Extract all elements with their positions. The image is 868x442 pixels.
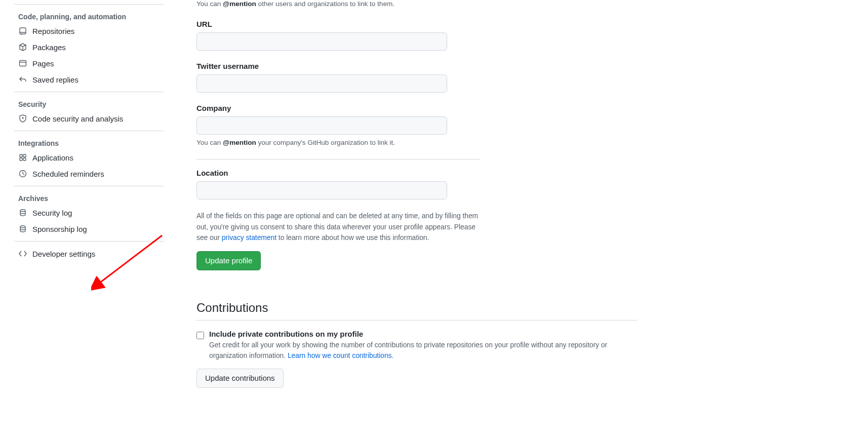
location-label: Location xyxy=(196,169,646,177)
sidebar-heading-integrations: Integrations xyxy=(14,135,164,149)
twitter-input[interactable] xyxy=(196,74,447,93)
browser-icon xyxy=(18,59,27,68)
bio-hint: You can @mention other users and organiz… xyxy=(196,0,646,8)
twitter-label: Twitter username xyxy=(196,62,646,70)
sidebar-item-saved-replies[interactable]: Saved replies xyxy=(14,71,164,88)
sidebar-item-applications[interactable]: Applications xyxy=(14,149,164,166)
sidebar-item-label: Developer settings xyxy=(32,250,95,258)
reply-icon xyxy=(18,75,27,84)
sidebar-item-label: Packages xyxy=(32,43,66,52)
contributions-description: Get credit for all your work by showing … xyxy=(209,340,624,361)
sidebar-item-label: Repositories xyxy=(32,27,74,35)
code-icon xyxy=(18,249,27,258)
include-private-contributions-label: Include private contributions on my prof… xyxy=(209,330,624,338)
sidebar-item-packages[interactable]: Packages xyxy=(14,39,164,55)
sidebar-item-sponsorship-log[interactable]: Sponsorship log xyxy=(14,221,164,237)
company-label: Company xyxy=(196,104,646,112)
repo-icon xyxy=(18,26,27,35)
update-contributions-button[interactable]: Update contributions xyxy=(196,369,284,388)
svg-rect-6 xyxy=(23,158,26,160)
contributions-section: Contributions Include private contributi… xyxy=(196,301,637,387)
svg-rect-4 xyxy=(23,154,26,157)
sidebar-item-developer-settings[interactable]: Developer settings xyxy=(14,246,164,262)
settings-sidebar: Code, planning, and automation Repositor… xyxy=(0,0,172,442)
log-icon xyxy=(18,224,27,233)
sidebar-item-label: Applications xyxy=(32,153,73,162)
contributions-heading: Contributions xyxy=(196,301,637,320)
sidebar-item-security-log[interactable]: Security log xyxy=(14,205,164,221)
main-content: You can @mention other users and organiz… xyxy=(172,0,658,442)
svg-rect-5 xyxy=(20,158,22,160)
sidebar-item-label: Code security and analysis xyxy=(32,114,123,123)
red-arrow-annotation xyxy=(91,233,167,294)
clock-icon xyxy=(18,169,27,178)
privacy-disclosure: All of the fields on this page are optio… xyxy=(196,211,480,243)
svg-rect-3 xyxy=(20,154,22,157)
shield-icon xyxy=(18,114,27,123)
company-hint: You can @mention your company's GitHub o… xyxy=(196,138,646,148)
include-private-contributions-checkbox[interactable] xyxy=(196,332,204,339)
update-profile-button[interactable]: Update profile xyxy=(196,251,261,270)
svg-rect-0 xyxy=(20,28,26,34)
apps-icon xyxy=(18,153,27,162)
sidebar-item-label: Saved replies xyxy=(32,75,78,84)
sidebar-item-label: Security log xyxy=(32,209,72,217)
package-icon xyxy=(18,43,27,52)
svg-rect-1 xyxy=(20,61,26,66)
url-input[interactable] xyxy=(196,32,447,51)
learn-contributions-link[interactable]: Learn how we count contributions. xyxy=(288,352,393,359)
sidebar-item-code-security[interactable]: Code security and analysis xyxy=(14,110,164,127)
sidebar-item-scheduled-reminders[interactable]: Scheduled reminders xyxy=(14,166,164,182)
sidebar-item-pages[interactable]: Pages xyxy=(14,55,164,71)
sidebar-item-label: Pages xyxy=(32,59,54,68)
company-input[interactable] xyxy=(196,116,447,135)
url-label: URL xyxy=(196,20,646,28)
location-input[interactable] xyxy=(196,181,447,199)
sidebar-heading-security: Security xyxy=(14,96,164,110)
sidebar-item-label: Scheduled reminders xyxy=(32,170,104,178)
sidebar-item-repositories[interactable]: Repositories xyxy=(14,23,164,39)
privacy-statement-link[interactable]: privacy statement xyxy=(222,234,277,242)
sidebar-heading-archives: Archives xyxy=(14,190,164,205)
log-icon xyxy=(18,208,27,217)
svg-point-2 xyxy=(22,117,23,118)
sidebar-heading-code: Code, planning, and automation xyxy=(14,9,164,23)
sidebar-item-label: Sponsorship log xyxy=(32,225,87,233)
